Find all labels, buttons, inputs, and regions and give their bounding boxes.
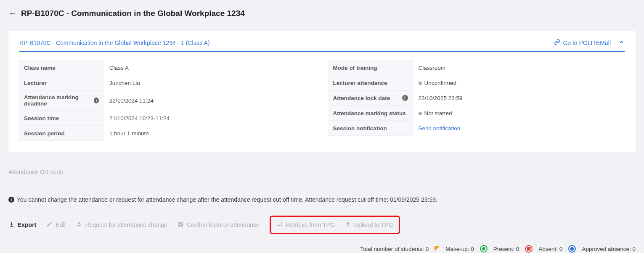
- lecturer-label: Lecturer: [19, 75, 103, 90]
- lock-label: Attendance lock date i: [329, 90, 413, 105]
- status-dot-icon: [419, 112, 422, 115]
- status-dot-icon: [419, 82, 422, 85]
- details-right-column: Mode of training Classroom Lecturer atte…: [329, 60, 625, 141]
- session-period-label: Session period: [19, 126, 103, 141]
- swap-icon: [277, 221, 283, 229]
- info-icon[interactable]: i: [402, 95, 408, 101]
- present-label: Present: 0: [493, 246, 519, 252]
- pencil-icon: [46, 221, 53, 229]
- retrieve-tpg-button[interactable]: Retrieve from TPG: [277, 221, 335, 229]
- makeup-icon: [435, 246, 440, 251]
- notif-label: Session notification: [329, 121, 413, 136]
- politemall-link[interactable]: Go to POLITEMall: [554, 39, 611, 47]
- request-change-button[interactable]: Request for attendance change: [76, 221, 167, 229]
- upload-icon: [345, 221, 351, 229]
- user-edit-icon: [76, 221, 82, 229]
- cutoff-notice: i You cannot change the attendance or re…: [8, 196, 636, 203]
- makeup-label: Make-up: 0: [445, 246, 474, 252]
- lect-att-value: Unconfirmed: [413, 76, 625, 90]
- summary-row: Total number of students: 0 Make-up: 0 P…: [8, 245, 636, 253]
- total-students-label: Total number of students: 0: [360, 246, 429, 252]
- confirm-lecturer-button[interactable]: Confirm lecturer attendance: [178, 221, 260, 229]
- absent-icon: [525, 245, 533, 253]
- mode-label: Mode of training: [329, 60, 413, 75]
- tpg-actions-highlight: Retrieve from TPG Upload to TPG: [270, 216, 400, 234]
- mark-status-value: Not started: [413, 107, 625, 120]
- class-name-value: Class A: [103, 61, 316, 74]
- export-button[interactable]: Export: [8, 221, 36, 229]
- collapse-chevron-icon[interactable]: [618, 39, 625, 47]
- mode-value: Classroom: [413, 61, 625, 74]
- absent-label: Absent: 0: [538, 246, 562, 252]
- back-arrow-icon[interactable]: ←: [8, 8, 17, 18]
- qr-code-label: Attendance QR code: [8, 169, 636, 175]
- edit-button[interactable]: Edit: [46, 221, 66, 229]
- mark-status-label: Attendance marking status: [329, 105, 413, 121]
- details-left-column: Class name Class A Lecturer Junchen Liu …: [19, 60, 316, 141]
- info-icon[interactable]: i: [94, 98, 99, 103]
- export-icon: [8, 221, 15, 229]
- session-time-value: 21/10/2024 10:23-11:24: [103, 112, 316, 125]
- approved-icon: [568, 245, 576, 253]
- lecturer-value: Junchen Liu: [103, 76, 316, 90]
- info-icon: i: [8, 197, 14, 203]
- session-time-label: Session time: [19, 111, 103, 126]
- approved-label: Approved absence: 0: [582, 246, 636, 252]
- lock-value: 23/10/2025 23:59: [413, 92, 625, 105]
- link-icon: [554, 39, 560, 47]
- send-notification-link[interactable]: Send notification: [419, 125, 461, 132]
- check-square-icon: [178, 221, 184, 229]
- deadline-label: Attendance marking deadline i: [19, 90, 103, 111]
- session-card: RP-B1070C - Communication in the Global …: [8, 31, 636, 153]
- breadcrumb-link[interactable]: RP-B1070C - Communication in the Global …: [19, 40, 210, 46]
- lect-att-label: Lecturer attendance: [329, 75, 413, 90]
- class-name-label: Class name: [19, 60, 103, 75]
- present-icon: [480, 245, 488, 253]
- notice-text: You cannot change the attendance or requ…: [17, 196, 437, 203]
- deadline-value: 22/10/2024 11:24: [103, 94, 316, 107]
- session-period-value: 1 hour 1 minute: [103, 127, 316, 140]
- politemall-label: Go to POLITEMall: [563, 40, 611, 46]
- upload-tpg-button[interactable]: Upload to TPG: [345, 221, 393, 229]
- page-title: RP-B1070C - Communication in the Global …: [21, 9, 245, 18]
